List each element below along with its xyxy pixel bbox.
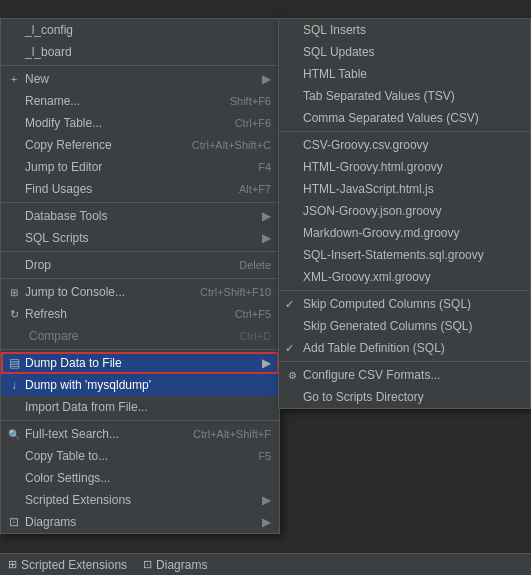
menu-item-copy-reference[interactable]: Copy Reference Ctrl+Alt+Shift+C xyxy=(1,134,279,156)
submenu-item-html-js[interactable]: HTML-JavaScript.html.js xyxy=(279,178,530,200)
arrow-icon: ▶ xyxy=(262,493,271,507)
submenu-item-xml-groovy[interactable]: XML-Groovy.xml.groovy xyxy=(279,266,530,288)
menu-item-drop[interactable]: Drop Delete xyxy=(1,254,279,276)
bottom-bar: ⊞ Scripted Extensions ⊡ Diagrams xyxy=(0,553,531,575)
submenu-item-tsv[interactable]: Tab Separated Values (TSV) xyxy=(279,85,530,107)
submenu-item-html-groovy[interactable]: HTML-Groovy.html.groovy xyxy=(279,156,530,178)
bottom-diagrams[interactable]: ⊡ Diagrams xyxy=(143,558,207,572)
submenu-item-json-groovy[interactable]: JSON-Groovy.json.groovy xyxy=(279,200,530,222)
submenu-item-markdown-groovy[interactable]: Markdown-Groovy.md.groovy xyxy=(279,222,530,244)
menu-item-new[interactable]: + New ▶ xyxy=(1,68,279,90)
checkmark-icon: ✓ xyxy=(285,298,294,311)
menu-item-dump-with-mysqldump[interactable]: ↓ Dump with 'mysqldump' xyxy=(1,374,279,396)
submenu-divider xyxy=(279,290,530,291)
submenu-item-sql-updates[interactable]: SQL Updates xyxy=(279,41,530,63)
menu-item-sql-scripts[interactable]: SQL Scripts ▶ xyxy=(1,227,279,249)
menu-item-full-text-search[interactable]: 🔍 Full-text Search... Ctrl+Alt+Shift+F xyxy=(1,423,279,445)
menu-item-color-settings[interactable]: Color Settings... xyxy=(1,467,279,489)
menu-item-scripted-extensions[interactable]: Scripted Extensions ▶ xyxy=(1,489,279,511)
scripted-extensions-icon: ⊞ xyxy=(8,558,17,571)
submenu-item-html-table[interactable]: HTML Table xyxy=(279,63,530,85)
menu-divider xyxy=(1,420,279,421)
arrow-icon: ▶ xyxy=(262,515,271,529)
submenu-divider xyxy=(279,131,530,132)
scripted-extensions-label: Scripted Extensions xyxy=(21,558,127,572)
menu-item-l-board[interactable]: _l_board xyxy=(1,41,279,63)
menu-divider xyxy=(1,251,279,252)
console-icon: ⊞ xyxy=(6,284,22,300)
submenu-item-csv-groovy[interactable]: CSV-Groovy.csv.groovy xyxy=(279,134,530,156)
menu-item-dump-data-to-file[interactable]: ▤ Dump Data to File ▶ xyxy=(1,352,279,374)
menu-item-modify-table[interactable]: Modify Table... Ctrl+F6 xyxy=(1,112,279,134)
submenu-item-skip-computed[interactable]: ✓ Skip Computed Columns (SQL) xyxy=(279,293,530,315)
menu-divider xyxy=(1,278,279,279)
menu-divider xyxy=(1,202,279,203)
dump-icon: ▤ xyxy=(6,355,22,371)
arrow-icon: ▶ xyxy=(262,209,271,223)
menu-item-find-usages[interactable]: Find Usages Alt+F7 xyxy=(1,178,279,200)
diagrams-label: Diagrams xyxy=(156,558,207,572)
submenu-item-go-to-scripts[interactable]: Go to Scripts Directory xyxy=(279,386,530,408)
configure-icon: ⚙ xyxy=(284,367,300,383)
menu-item-copy-table-to[interactable]: Copy Table to... F5 xyxy=(1,445,279,467)
menu-item-jump-to-console[interactable]: ⊞ Jump to Console... Ctrl+Shift+F10 xyxy=(1,281,279,303)
submenu-dump-data: SQL Inserts SQL Updates HTML Table Tab S… xyxy=(278,18,531,409)
bottom-scripted-extensions[interactable]: ⊞ Scripted Extensions xyxy=(8,558,127,572)
checkmark-icon: ✓ xyxy=(285,342,294,355)
diagrams-bottom-icon: ⊡ xyxy=(143,558,152,571)
submenu-item-sql-insert-statements[interactable]: SQL-Insert-Statements.sql.groovy xyxy=(279,244,530,266)
arrow-icon: ▶ xyxy=(262,356,271,370)
submenu-item-csv[interactable]: Comma Separated Values (CSV) xyxy=(279,107,530,129)
menu-divider xyxy=(1,65,279,66)
submenu-item-configure-csv[interactable]: ⚙ Configure CSV Formats... xyxy=(279,364,530,386)
menu-item-database-tools[interactable]: Database Tools ▶ xyxy=(1,205,279,227)
submenu-item-add-table-def[interactable]: ✓ Add Table Definition (SQL) xyxy=(279,337,530,359)
submenu-item-skip-generated[interactable]: Skip Generated Columns (SQL) xyxy=(279,315,530,337)
diagrams-icon: ⊡ xyxy=(6,514,22,530)
menu-item-jump-to-editor[interactable]: Jump to Editor F4 xyxy=(1,156,279,178)
menu-item-refresh[interactable]: ↻ Refresh Ctrl+F5 xyxy=(1,303,279,325)
menu-item-import-data[interactable]: Import Data from File... xyxy=(1,396,279,418)
arrow-icon: ▶ xyxy=(262,231,271,245)
mysqldump-icon: ↓ xyxy=(6,377,22,393)
arrow-icon: ▶ xyxy=(262,72,271,86)
search-icon: 🔍 xyxy=(6,426,22,442)
menu-item-l-config[interactable]: _l_config xyxy=(1,19,279,41)
context-menu: _l_config _l_board + New ▶ Rename... Shi… xyxy=(0,18,280,534)
menu-divider xyxy=(1,349,279,350)
menu-item-compare[interactable]: Compare Ctrl+D xyxy=(1,325,279,347)
menu-item-rename[interactable]: Rename... Shift+F6 xyxy=(1,90,279,112)
refresh-icon: ↻ xyxy=(6,306,22,322)
submenu-divider xyxy=(279,361,530,362)
new-icon: + xyxy=(6,71,22,87)
submenu-item-sql-inserts[interactable]: SQL Inserts xyxy=(279,19,530,41)
menu-item-diagrams[interactable]: ⊡ Diagrams ▶ xyxy=(1,511,279,533)
